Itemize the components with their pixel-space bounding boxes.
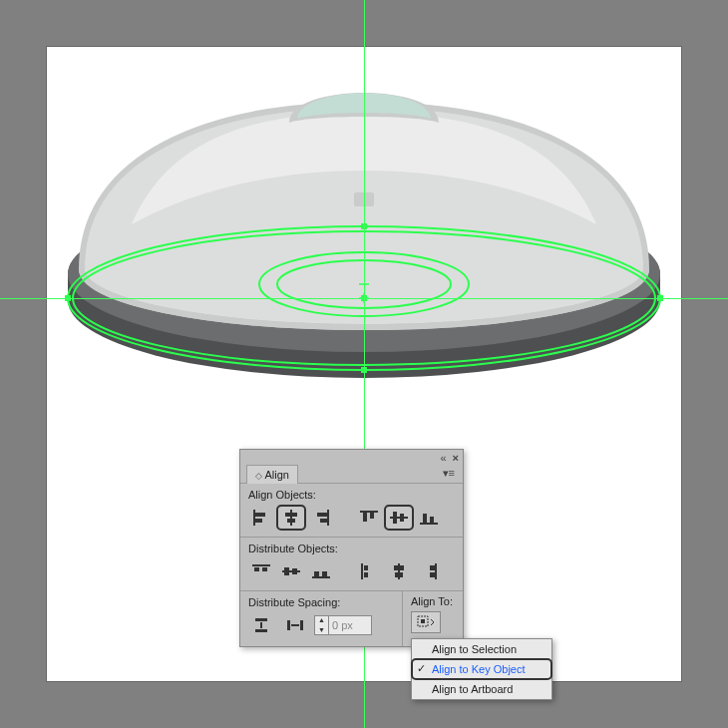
distribute-h-center-button[interactable] — [384, 558, 414, 584]
svg-rect-29 — [420, 523, 438, 525]
svg-rect-31 — [430, 517, 434, 523]
svg-rect-19 — [287, 519, 295, 523]
spacing-input[interactable] — [329, 619, 371, 631]
align-objects-row — [240, 503, 463, 538]
svg-rect-48 — [430, 565, 435, 570]
stepper-down-icon[interactable]: ▼ — [315, 625, 328, 635]
stepper-up-icon[interactable]: ▲ — [315, 615, 328, 625]
distribute-v-center-button[interactable] — [276, 558, 306, 584]
svg-rect-34 — [262, 567, 267, 571]
panel-menu-icon[interactable]: ▾≡ — [441, 464, 457, 483]
svg-rect-42 — [364, 565, 368, 570]
svg-rect-54 — [300, 620, 303, 630]
align-to-artboard-option[interactable]: Align to Artboard — [412, 679, 551, 699]
svg-rect-25 — [370, 513, 374, 519]
spacing-field[interactable]: ▲▼ — [314, 615, 372, 635]
svg-rect-49 — [430, 572, 435, 577]
align-objects-label: Align Objects: — [240, 484, 463, 503]
svg-rect-55 — [291, 624, 299, 626]
distribute-left-button[interactable] — [354, 558, 384, 584]
svg-rect-30 — [423, 514, 427, 523]
distribute-top-button[interactable] — [246, 558, 276, 584]
svg-rect-18 — [285, 513, 297, 517]
svg-rect-22 — [320, 519, 327, 523]
align-h-center-button[interactable] — [276, 505, 306, 531]
svg-rect-16 — [255, 519, 262, 523]
svg-rect-41 — [361, 563, 363, 579]
svg-rect-33 — [254, 567, 259, 571]
align-v-center-button[interactable] — [384, 505, 414, 531]
align-to-selection-option[interactable]: Align to Selection — [412, 639, 551, 659]
svg-rect-51 — [255, 629, 267, 632]
distribute-spacing-label: Distribute Spacing: — [240, 591, 402, 610]
distribute-right-button[interactable] — [414, 558, 444, 584]
svg-rect-40 — [322, 571, 327, 576]
align-to-label: Align To: — [411, 591, 455, 609]
align-right-button[interactable] — [306, 505, 336, 531]
vertical-spacing-button[interactable] — [246, 612, 276, 638]
svg-rect-27 — [393, 512, 397, 524]
align-top-button[interactable] — [354, 505, 384, 531]
svg-rect-14 — [253, 510, 255, 526]
svg-rect-32 — [252, 564, 270, 566]
align-to-key-object-option[interactable]: Align to Key Object — [412, 659, 551, 679]
align-panel[interactable]: « × Align ▾≡ Align Objects: Distribute O… — [239, 449, 464, 647]
svg-rect-20 — [327, 510, 329, 526]
distribute-objects-label: Distribute Objects: — [240, 538, 463, 556]
svg-rect-50 — [255, 618, 267, 621]
svg-rect-52 — [260, 622, 262, 628]
svg-rect-17 — [290, 510, 292, 526]
svg-rect-24 — [363, 513, 367, 522]
align-bottom-button[interactable] — [414, 505, 444, 531]
align-left-button[interactable] — [246, 505, 276, 531]
align-to-dropdown[interactable]: Align to Selection Align to Key Object A… — [411, 638, 552, 700]
svg-rect-15 — [255, 513, 265, 517]
svg-rect-46 — [395, 572, 403, 577]
align-to-button[interactable] — [411, 611, 441, 633]
distribute-objects-row — [240, 556, 463, 591]
svg-rect-43 — [364, 572, 368, 577]
svg-rect-26 — [390, 517, 408, 519]
svg-rect-47 — [435, 563, 437, 579]
svg-rect-28 — [400, 514, 404, 522]
svg-rect-36 — [284, 567, 289, 575]
svg-rect-37 — [292, 568, 297, 574]
horizontal-spacing-button[interactable] — [280, 612, 310, 638]
svg-rect-57 — [421, 619, 425, 623]
svg-rect-38 — [312, 576, 330, 578]
svg-rect-53 — [287, 620, 290, 630]
panel-close-icon[interactable]: × — [453, 452, 459, 464]
svg-rect-21 — [317, 513, 327, 517]
panel-collapse-icon[interactable]: « — [440, 452, 446, 464]
align-tab[interactable]: Align — [246, 465, 298, 484]
svg-rect-23 — [360, 511, 378, 513]
svg-rect-45 — [394, 565, 404, 570]
svg-rect-39 — [314, 571, 319, 576]
distribute-bottom-button[interactable] — [306, 558, 336, 584]
